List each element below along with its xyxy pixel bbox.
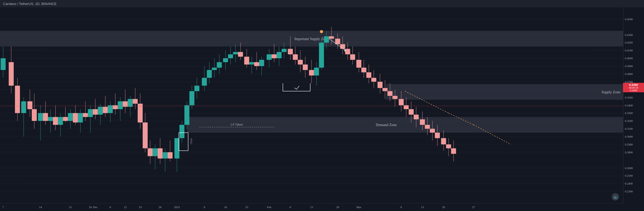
price-badge-time: 06:05:18 (624, 86, 643, 89)
tv-watermark: 📺 (612, 193, 619, 201)
chart-container: Cardano / TetherUS, 1D, BINANCE USDT 0.3… (0, 0, 644, 211)
price-badge: 0.3390 06:05:18 0.3300 (623, 83, 644, 92)
time-canvas (0, 203, 623, 211)
top-bar: Cardano / TetherUS, 1D, BINANCE (0, 0, 644, 7)
chart-area (0, 7, 623, 203)
chart-title: Cardano / TetherUS, 1D, BINANCE (3, 2, 57, 6)
price-badge-secondary: 0.3300 (624, 89, 643, 92)
price-canvas (623, 7, 644, 203)
main-canvas (0, 7, 623, 203)
price-badge-value: 0.3390 (624, 83, 643, 86)
time-axis (0, 203, 623, 211)
price-axis (623, 7, 644, 203)
